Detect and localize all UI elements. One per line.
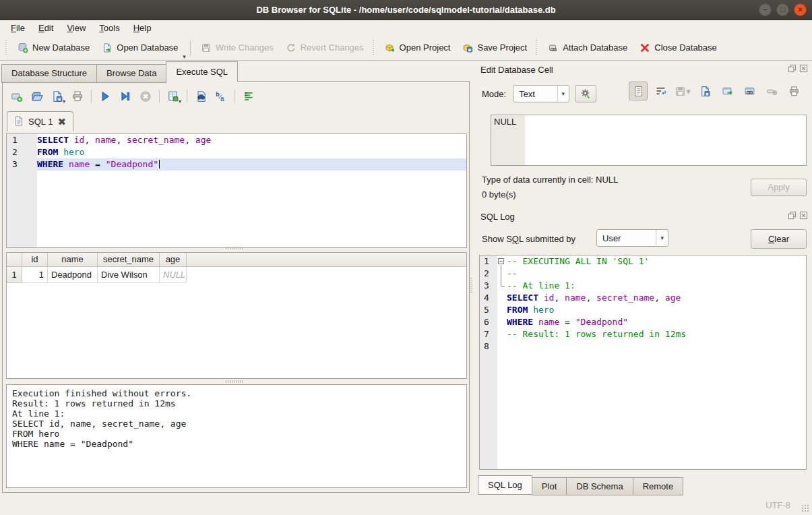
sql-tab-label: SQL 1 (28, 117, 53, 127)
results-message-splitter[interactable] (226, 380, 243, 383)
new-database-icon (18, 42, 28, 53)
set-null-button[interactable] (762, 82, 781, 100)
maximize-button[interactable]: □ (776, 3, 789, 16)
code-line: 3-- At line 1: (480, 280, 806, 292)
tab-database-structure[interactable]: Database Structure (1, 64, 97, 83)
row-header[interactable]: 1 (7, 267, 22, 283)
dock-tab-remote[interactable]: Remote (633, 477, 684, 495)
menu-help[interactable]: Help (127, 22, 158, 34)
column-header-id[interactable]: id (22, 253, 48, 266)
float-dock-icon[interactable] (788, 211, 797, 222)
cell-value: NULL (494, 117, 516, 127)
stop-execution-button[interactable] (137, 88, 154, 105)
fold-margin (497, 340, 507, 353)
close-database-button[interactable]: Close Database (633, 40, 723, 56)
dock-tab-db-schema[interactable]: DB Schema (566, 477, 633, 495)
float-dock-icon[interactable] (788, 64, 797, 75)
new-sql-tab-button[interactable] (8, 88, 26, 105)
sql-file-tab[interactable]: SQL 1 ✖ (7, 111, 73, 131)
minimize-button[interactable]: − (759, 3, 772, 16)
code-line: 6WHERE name = "Deadpond" (480, 316, 806, 328)
open-database-dropdown[interactable]: ▾ (183, 53, 186, 60)
code-text (507, 340, 806, 353)
close-dock-icon[interactable] (799, 211, 808, 222)
write-changes-label: Write Changes (216, 42, 274, 53)
window-controls: − □ × (759, 3, 807, 16)
attach-database-button[interactable]: Attach Database (542, 40, 633, 56)
close-sql-tab-icon[interactable]: ✖ (57, 117, 66, 127)
submitted-by-select[interactable]: User ▾ (596, 229, 668, 247)
results-corner-cell (7, 253, 22, 266)
open-database-button[interactable]: Open Database (96, 40, 184, 56)
attach-database-icon (548, 42, 559, 53)
results-grid[interactable]: idnamesecret_nameage11DeadpondDive Wilso… (6, 252, 467, 379)
revert-changes-button[interactable]: Revert Changes (280, 40, 370, 56)
open-in-cell-button[interactable]: ▾ (673, 82, 692, 100)
menu-tools[interactable]: Tools (92, 22, 126, 34)
import-export-settings-button[interactable] (575, 85, 596, 102)
editor-results-splitter[interactable] (226, 247, 243, 249)
column-header-name[interactable]: name (48, 253, 98, 266)
copy-link-button[interactable] (740, 82, 759, 100)
fold-collapse-icon[interactable]: − (498, 258, 504, 264)
close-dock-icon[interactable] (799, 64, 808, 75)
write-changes-button[interactable]: Write Changes (195, 40, 280, 56)
auto-format-button[interactable]: ba (212, 88, 230, 105)
cell-secret-name[interactable]: Dive Wilson (98, 267, 160, 283)
menu-view[interactable]: View (60, 22, 92, 34)
resize-grip[interactable] (801, 504, 809, 512)
close-button[interactable]: × (794, 3, 807, 16)
mode-value: Text (519, 89, 535, 99)
word-wrap-cell-button[interactable] (651, 82, 670, 100)
save-project-button[interactable]: Save Project (456, 40, 533, 56)
mode-select[interactable]: Text ▾ (513, 85, 569, 102)
code-line: 2FROM hero (7, 146, 466, 158)
tab-browse-data[interactable]: Browse Data (96, 64, 166, 83)
execute-all-button[interactable] (96, 88, 114, 105)
encoding-indicator[interactable]: UTF-8 (766, 500, 790, 510)
dock-tab-plot[interactable]: Plot (532, 477, 567, 495)
close-icon: × (794, 4, 806, 16)
print-button[interactable] (69, 88, 86, 105)
menu-edit[interactable]: Edit (32, 22, 60, 34)
apply-button[interactable]: Apply (751, 179, 807, 196)
word-wrap-button[interactable] (240, 88, 257, 105)
print-cell-button[interactable] (784, 82, 803, 100)
column-header-age[interactable]: age (160, 253, 187, 266)
save-sql-file-button[interactable]: ▾ (49, 88, 66, 105)
text-mode-button[interactable] (629, 82, 648, 100)
attach-database-label: Attach Database (563, 42, 627, 53)
cell-id[interactable]: 1 (22, 267, 48, 283)
cell-name[interactable]: Deadpond (48, 267, 98, 283)
code-text: WHERE name = "Deadpond" (507, 316, 806, 328)
chevron-down-icon: ▾ (557, 86, 569, 102)
code-text: FROM hero (37, 146, 466, 158)
open-sql-file-button[interactable] (28, 88, 46, 105)
tab-execute-sql[interactable]: Execute SQL (166, 61, 238, 82)
panel-splitter[interactable] (470, 278, 472, 294)
toolbar-handle[interactable] (373, 40, 376, 56)
edit-cell-dock-title: Edit Database Cell (480, 63, 808, 75)
line-number: 7 (480, 328, 497, 340)
save-results-dropdown-icon: ▾ (179, 98, 181, 104)
toolbar-handle[interactable] (5, 40, 9, 56)
export-cell-button[interactable] (718, 82, 737, 100)
find-replace-button[interactable] (192, 88, 210, 105)
dock-tab-sql-log[interactable]: SQL Log (478, 475, 532, 495)
save-cell-as-button[interactable] (695, 82, 714, 100)
save-results-button[interactable]: ▾ (164, 88, 182, 105)
toolbar-separator (235, 90, 235, 103)
open-project-button[interactable]: Open Project (379, 40, 457, 56)
cell-age[interactable]: NULL (160, 267, 187, 283)
code-text: FROM hero (507, 304, 806, 316)
new-database-button[interactable]: New Database (11, 40, 96, 56)
close-database-label: Close Database (654, 42, 717, 53)
sql-editor[interactable]: 1SELECT id, name, secret_name, age2FROM … (6, 133, 467, 248)
execute-current-line-button[interactable] (117, 88, 134, 105)
cell-value-editor[interactable]: NULL (491, 115, 807, 166)
column-header-secret-name[interactable]: secret_name (98, 253, 160, 266)
menu-file[interactable]: File (4, 22, 32, 34)
sql-log-view[interactable]: 1−-- EXECUTING ALL IN 'SQL 1'2--3-- At l… (479, 255, 807, 470)
toolbar-handle[interactable] (536, 40, 539, 56)
clear-button[interactable]: Clear (751, 229, 807, 249)
